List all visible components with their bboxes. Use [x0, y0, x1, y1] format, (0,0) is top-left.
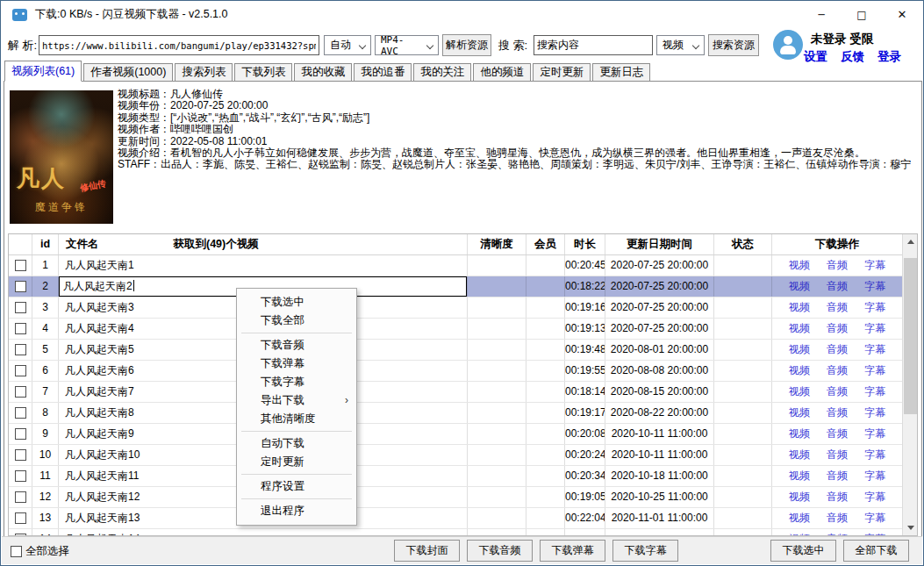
- download-video-link[interactable]: 视频: [789, 340, 810, 360]
- table-row[interactable]: 4 凡人风起天南4 00:19:13 2020-07-25 20:00:00 视…: [9, 319, 902, 340]
- context-menu-item[interactable]: [241, 431, 352, 432]
- tab[interactable]: 搜索列表: [175, 63, 233, 82]
- row-checkbox[interactable]: [9, 487, 32, 507]
- filename-box[interactable]: 凡人风起天南1: [59, 255, 467, 276]
- row-checkbox[interactable]: [9, 466, 32, 486]
- context-menu-item[interactable]: 其他清晰度: [237, 410, 356, 428]
- select-all-checkbox[interactable]: [11, 546, 22, 557]
- tab[interactable]: 我的收藏: [294, 63, 352, 82]
- checkbox-icon[interactable]: [15, 344, 26, 355]
- download-audio-link[interactable]: 音频: [827, 445, 848, 465]
- table-row[interactable]: 1 凡人风起天南1 00:20:45 2020-07-25 20:00:00 视…: [9, 255, 902, 276]
- context-menu-item[interactable]: 下载全部: [237, 312, 356, 330]
- minimize-button[interactable]: ─: [801, 1, 842, 28]
- row-checkbox[interactable]: [9, 424, 32, 444]
- context-menu-item[interactable]: 下载音频: [237, 336, 356, 355]
- download-audio-link[interactable]: 音频: [827, 487, 848, 507]
- vertical-scrollbar[interactable]: [902, 234, 917, 535]
- row-checkbox[interactable]: [9, 255, 32, 276]
- quality-select[interactable]: 自动: [324, 35, 371, 55]
- row-checkbox[interactable]: [9, 529, 32, 535]
- tab[interactable]: 视频列表(61): [4, 61, 82, 82]
- context-menu-item[interactable]: 下载字幕: [237, 373, 356, 391]
- row-filename[interactable]: 凡人风起天南14: [59, 529, 468, 535]
- scroll-up-icon[interactable]: [903, 234, 918, 249]
- footer-button[interactable]: 下载选中: [770, 540, 836, 562]
- checkbox-icon[interactable]: [15, 260, 26, 271]
- search-type-select[interactable]: 视频: [656, 35, 705, 55]
- row-checkbox[interactable]: [9, 403, 32, 423]
- table-row[interactable]: 11 凡人风起天南11 00:20:34 2020-10-18 11:00:00…: [9, 466, 902, 487]
- download-subtitle-link[interactable]: 字幕: [864, 382, 885, 402]
- download-audio-link[interactable]: 音频: [827, 508, 848, 528]
- download-subtitle-link[interactable]: 字幕: [864, 340, 885, 360]
- context-menu-item[interactable]: 程序设置: [237, 477, 356, 496]
- context-menu-item[interactable]: [241, 498, 352, 499]
- download-subtitle-link[interactable]: 字幕: [864, 403, 885, 423]
- download-subtitle-link[interactable]: 字幕: [864, 529, 885, 535]
- table-row[interactable]: 6 凡人风起天南6 00:19:55 2020-08-08 20:00:00 视…: [9, 361, 902, 382]
- footer-button[interactable]: 全部下载: [843, 540, 909, 562]
- download-subtitle-link[interactable]: 字幕: [864, 466, 885, 486]
- row-checkbox[interactable]: [9, 276, 32, 297]
- tab[interactable]: 他的频道: [473, 63, 531, 82]
- footer-button[interactable]: 下载弹幕: [540, 540, 605, 562]
- download-audio-link[interactable]: 音频: [827, 276, 848, 297]
- context-menu-item[interactable]: 导出下载 ›: [237, 391, 356, 410]
- context-menu-item[interactable]: [241, 474, 352, 475]
- download-audio-link[interactable]: 音频: [827, 340, 848, 360]
- table-row[interactable]: 3 凡人风起天南3 00:19:16 2020-07-25 20:00:00 视…: [9, 297, 902, 319]
- checkbox-icon[interactable]: [15, 365, 26, 376]
- table-row[interactable]: 5 凡人风起天南5 00:19:48 2020-08-01 20:00:00 视…: [9, 340, 902, 361]
- download-subtitle-link[interactable]: 字幕: [864, 276, 885, 297]
- download-video-link[interactable]: 视频: [789, 445, 810, 465]
- context-menu-item[interactable]: 下载弹幕: [237, 355, 356, 373]
- row-checkbox[interactable]: [9, 445, 32, 465]
- row-checkbox[interactable]: [9, 297, 32, 318]
- filename-box[interactable]: 凡人风起天南14: [59, 529, 467, 535]
- checkbox-icon[interactable]: [15, 491, 26, 503]
- format-select[interactable]: MP4-AVC: [375, 35, 439, 55]
- tab[interactable]: 下载列表: [234, 63, 292, 82]
- download-audio-link[interactable]: 音频: [827, 424, 848, 444]
- download-video-link[interactable]: 视频: [789, 466, 810, 486]
- checkbox-icon[interactable]: [15, 302, 26, 313]
- checkbox-icon[interactable]: [15, 281, 26, 292]
- tab[interactable]: 定时更新: [533, 63, 591, 82]
- download-video-link[interactable]: 视频: [789, 361, 810, 381]
- context-menu-item[interactable]: [241, 333, 352, 333]
- table-row[interactable]: 13 凡人风起天南13 00:22:04 2020-11-01 11:00:00…: [9, 508, 902, 529]
- context-menu-item[interactable]: 退出程序: [237, 502, 356, 520]
- checkbox-icon[interactable]: [15, 470, 26, 482]
- download-video-link[interactable]: 视频: [789, 487, 810, 507]
- checkbox-icon[interactable]: [15, 323, 26, 334]
- select-all[interactable]: 全部选择: [11, 544, 69, 559]
- row-checkbox[interactable]: [9, 319, 32, 339]
- tab[interactable]: 我的关注: [413, 63, 471, 82]
- checkbox-icon[interactable]: [15, 512, 26, 524]
- table-row[interactable]: 7 凡人风起天南7 00:18:14 2020-08-15 20:00:00 视…: [9, 382, 902, 403]
- maximize-button[interactable]: □: [842, 1, 882, 28]
- download-video-link[interactable]: 视频: [789, 529, 810, 535]
- download-video-link[interactable]: 视频: [789, 382, 810, 402]
- checkbox-icon[interactable]: [15, 449, 26, 461]
- tab[interactable]: 作者视频(1000): [83, 63, 173, 82]
- tab[interactable]: 我的追番: [354, 63, 412, 82]
- user-avatar-icon[interactable]: [773, 30, 803, 60]
- download-subtitle-link[interactable]: 字幕: [864, 319, 885, 339]
- download-subtitle-link[interactable]: 字幕: [864, 424, 885, 444]
- tab[interactable]: 更新日志: [592, 63, 650, 82]
- download-audio-link[interactable]: 音频: [827, 403, 848, 423]
- scrollbar-thumb[interactable]: [904, 258, 917, 414]
- checkbox-icon[interactable]: [15, 428, 26, 440]
- table-row[interactable]: 12 凡人风起天南12 00:19:05 2020-10-25 11:00:00…: [9, 487, 902, 508]
- download-audio-link[interactable]: 音频: [827, 255, 848, 276]
- download-video-link[interactable]: 视频: [789, 424, 810, 444]
- row-filename[interactable]: 凡人风起天南1: [59, 255, 468, 276]
- download-video-link[interactable]: 视频: [789, 403, 810, 423]
- download-subtitle-link[interactable]: 字幕: [864, 361, 885, 381]
- checkbox-icon[interactable]: [15, 534, 26, 535]
- download-audio-link[interactable]: 音频: [827, 466, 848, 486]
- download-audio-link[interactable]: 音频: [827, 382, 848, 402]
- download-subtitle-link[interactable]: 字幕: [864, 297, 885, 318]
